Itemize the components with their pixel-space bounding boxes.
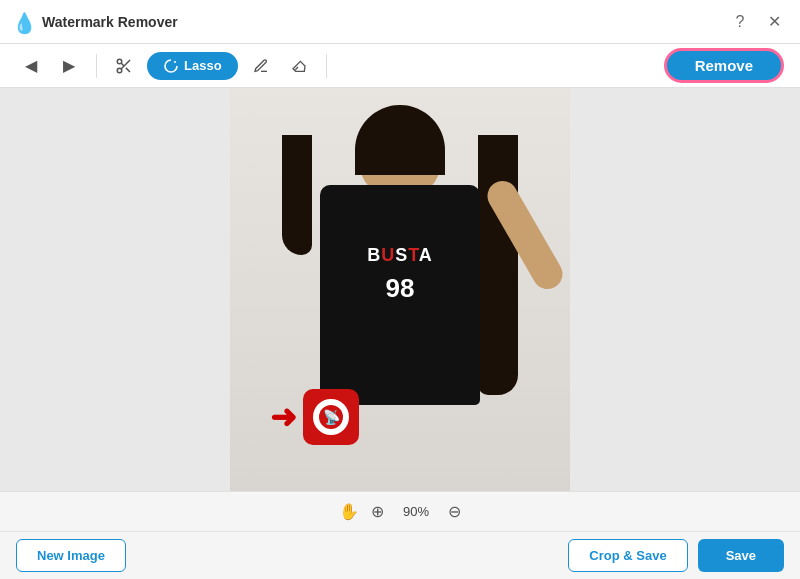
main-image: BUSTA 98 ➜ 📡 <box>230 88 570 491</box>
main-area: BUSTA 98 ➜ 📡 <box>0 88 800 491</box>
pen-button[interactable] <box>246 51 276 81</box>
lasso-button[interactable]: Lasso <box>147 52 238 80</box>
shirt-text-1: BUSTA <box>367 245 433 266</box>
zoom-in-icon[interactable]: ⊕ <box>371 502 384 521</box>
title-left: 💧 Watermark Remover <box>12 11 178 33</box>
app-title: Watermark Remover <box>42 14 178 30</box>
wifi-icon: 📡 <box>323 409 340 425</box>
title-bar: 💧 Watermark Remover ? ✕ <box>0 0 800 44</box>
bottom-bar: New Image Crop & Save Save <box>0 531 800 579</box>
window-controls: ? ✕ <box>726 8 788 36</box>
watermark-container: ➜ 📡 <box>270 389 359 445</box>
zoom-bar: ✋ ⊕ 90% ⊖ <box>0 491 800 531</box>
close-button[interactable]: ✕ <box>760 8 788 36</box>
lasso-label: Lasso <box>184 58 222 73</box>
erase-button[interactable] <box>284 51 314 81</box>
shirt-number: 98 <box>386 273 415 304</box>
watermark-logo: 📡 <box>303 389 359 445</box>
hair-long-right <box>478 135 518 395</box>
help-button[interactable]: ? <box>726 8 754 36</box>
photo-background: BUSTA 98 ➜ 📡 <box>230 88 570 491</box>
image-container: BUSTA 98 ➜ 📡 <box>230 88 570 491</box>
app-icon: 💧 <box>12 11 34 33</box>
hair <box>355 105 445 175</box>
crop-save-button[interactable]: Crop & Save <box>568 539 687 572</box>
new-image-button[interactable]: New Image <box>16 539 126 572</box>
shirt-body: BUSTA 98 <box>320 185 480 405</box>
toolbar-separator-2 <box>326 54 327 78</box>
undo-button[interactable]: ◀ <box>16 51 46 81</box>
toolbar: ◀ ▶ Lasso Remove <box>0 44 800 88</box>
bottom-right-buttons: Crop & Save Save <box>568 539 784 572</box>
head <box>360 105 440 195</box>
scissors-button[interactable] <box>109 51 139 81</box>
redo-button[interactable]: ▶ <box>54 51 84 81</box>
remove-button[interactable]: Remove <box>664 48 784 83</box>
hair-long-left <box>282 135 312 255</box>
hand-icon[interactable]: ✋ <box>339 502 359 521</box>
watermark-arrow: ➜ <box>270 401 297 433</box>
zoom-level: 90% <box>396 504 436 519</box>
zoom-out-icon[interactable]: ⊖ <box>448 502 461 521</box>
save-button[interactable]: Save <box>698 539 784 572</box>
toolbar-separator-1 <box>96 54 97 78</box>
